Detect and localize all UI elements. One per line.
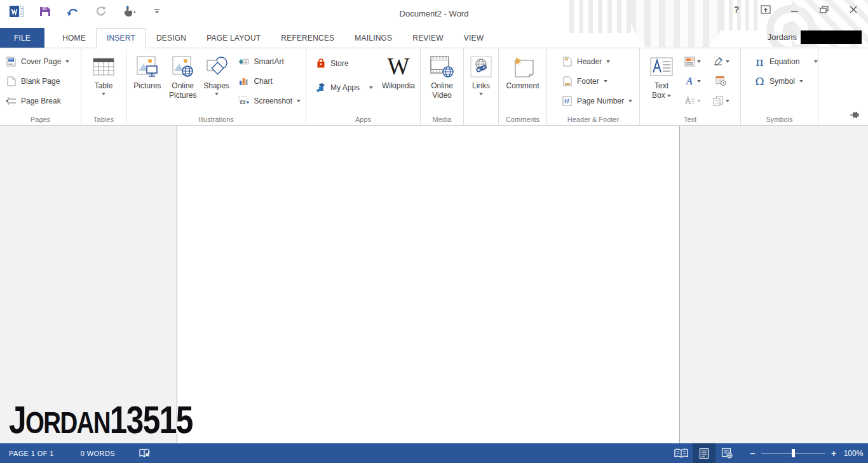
group-label-text: Text [640, 116, 740, 123]
date-time-button[interactable] [715, 76, 726, 86]
zoom-out-button[interactable]: − [747, 448, 757, 459]
zoom-slider: − + [747, 448, 839, 459]
redo-button[interactable] [93, 3, 109, 20]
pictures-icon [137, 53, 158, 81]
links-icon [470, 53, 492, 81]
dropdown-arrow-icon [726, 100, 729, 102]
equation-button[interactable]: π Equation [749, 51, 818, 71]
tab-insert[interactable]: INSERT [96, 28, 146, 48]
blank-page-button[interactable]: Blank Page [0, 71, 81, 91]
table-button[interactable]: Table [81, 48, 126, 125]
tab-references[interactable]: REFERENCES [271, 28, 344, 48]
save-button[interactable] [37, 3, 53, 20]
comment-label: Comment [506, 81, 539, 91]
restore-button[interactable] [810, 0, 839, 19]
zoom-level[interactable]: 100% [839, 449, 868, 458]
touch-mouse-mode-button[interactable] [121, 3, 137, 20]
online-video-icon [430, 53, 454, 81]
ribbon-display-options-button[interactable] [751, 0, 780, 19]
my-apps-button[interactable]: My Apps [315, 80, 379, 95]
signature-line-icon [713, 56, 724, 67]
online-pictures-button[interactable]: OnlinePictures [166, 48, 200, 125]
close-button[interactable] [839, 0, 868, 19]
proofing-status-icon[interactable] [132, 443, 159, 463]
symbol-icon: Ω [754, 76, 765, 86]
blank-page-icon [6, 76, 17, 86]
customize-quick-access-icon[interactable] [149, 3, 165, 20]
signature-line-button[interactable] [713, 56, 729, 67]
dropdown-arrow-icon [726, 60, 729, 63]
symbol-label: Symbol [770, 77, 795, 86]
links-button[interactable]: Links [464, 48, 498, 125]
web-layout-button[interactable] [715, 443, 738, 463]
pictures-button[interactable]: Pictures [129, 48, 166, 125]
group-links: Links [464, 48, 499, 125]
drop-cap-button[interactable] [684, 95, 701, 106]
header-button[interactable]: Header [556, 51, 639, 71]
text-box-button[interactable]: TextBox [645, 48, 678, 125]
pin-ribbon-button[interactable] [850, 110, 859, 121]
zoom-slider-thumb[interactable] [792, 449, 795, 457]
group-header-footer: Header Footer Page Number [547, 48, 640, 125]
dropdown-arrow-icon [102, 93, 105, 95]
tab-design[interactable]: DESIGN [146, 28, 196, 48]
wordart-button[interactable]: A [684, 76, 701, 86]
text-box-label: Text [654, 81, 668, 90]
undo-button[interactable] [65, 3, 81, 20]
page-number-button[interactable]: Page Number [556, 91, 639, 111]
quick-access-toolbar [9, 3, 165, 20]
redacted-user-info [801, 30, 862, 44]
symbol-button[interactable]: Ω Symbol [749, 71, 818, 91]
online-pictures-icon [172, 53, 194, 81]
screenshot-button[interactable]: Screenshot [233, 91, 306, 111]
group-text: TextBox A [640, 48, 741, 125]
smartart-icon [238, 56, 249, 67]
shapes-button[interactable]: Shapes [200, 48, 233, 125]
cover-page-button[interactable]: Cover Page [0, 51, 81, 71]
minimize-button[interactable] [780, 0, 810, 19]
dropdown-arrow-icon [799, 80, 803, 83]
comment-button[interactable]: Comment [499, 48, 546, 125]
tab-review[interactable]: REVIEW [402, 28, 454, 48]
tab-page-layout[interactable]: PAGE LAYOUT [196, 28, 271, 48]
chart-button[interactable]: Chart [233, 71, 306, 91]
zoom-slider-track[interactable] [761, 453, 825, 453]
dropdown-arrow-icon [667, 95, 671, 97]
comment-icon [510, 53, 536, 81]
print-layout-button[interactable] [693, 443, 715, 463]
tab-file[interactable]: FILE [0, 28, 44, 48]
read-mode-button[interactable] [670, 443, 693, 463]
smartart-button[interactable]: SmartArt [233, 51, 306, 71]
wordart-icon: A [684, 76, 695, 86]
status-bar: PAGE 1 OF 1 0 WORDS − + 100% [0, 443, 868, 463]
word-count[interactable]: 0 WORDS [73, 443, 123, 463]
dropdown-arrow-icon [697, 100, 701, 102]
object-icon [713, 95, 724, 106]
cover-page-icon [6, 56, 17, 67]
tab-home[interactable]: HOME [52, 28, 96, 48]
word-app-icon [9, 3, 25, 20]
quick-parts-button[interactable] [684, 56, 701, 67]
object-button[interactable] [713, 95, 729, 106]
watermark-text: JORDAN13515 [9, 400, 193, 440]
zoom-in-button[interactable]: + [829, 448, 839, 459]
signed-in-user[interactable]: Jordans [768, 32, 797, 42]
page-indicator[interactable]: PAGE 1 OF 1 [0, 443, 62, 463]
dropdown-arrow-icon [697, 80, 701, 83]
help-button[interactable]: ? [722, 0, 751, 19]
store-button[interactable]: Store [315, 56, 379, 71]
footer-button[interactable]: Footer [556, 71, 639, 91]
tab-view[interactable]: VIEW [454, 28, 494, 48]
group-label-pages: Pages [0, 116, 81, 123]
page-break-button[interactable]: Page Break [0, 91, 81, 111]
title-bar: Document2 - Word ? [0, 0, 868, 28]
group-label-symbols: Symbols [741, 116, 818, 123]
document-page[interactable] [177, 126, 680, 443]
header-label: Header [577, 57, 602, 66]
page-break-icon [6, 95, 17, 106]
wikipedia-button[interactable]: W Wikipedia [379, 48, 418, 125]
page-break-label: Page Break [21, 97, 61, 105]
online-video-button[interactable]: OnlineVideo [421, 48, 463, 125]
screenshot-label: Screenshot [254, 97, 292, 105]
tab-mailings[interactable]: MAILINGS [344, 28, 402, 48]
